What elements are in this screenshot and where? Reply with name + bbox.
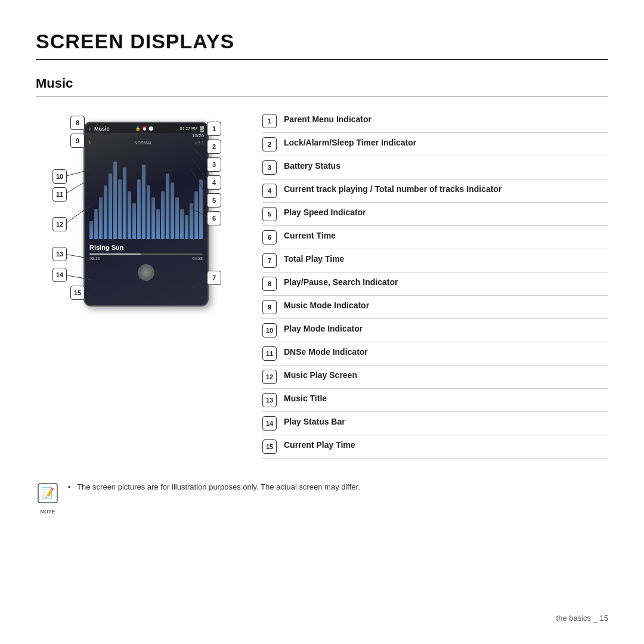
desc-text-4: Current track playing / Total number of … [284,184,501,194]
callout-4: 4 [207,175,221,190]
vis-bar-11 [142,165,145,239]
callout-15: 15 [70,286,85,300]
desc-num-13: 13 [262,393,277,407]
desc-row-8: 8Play/Pause, Search Indicator [262,273,608,296]
desc-num-9: 9 [262,300,277,314]
progress-bar [89,253,203,255]
note-section: 📝 NOTE ▪ The screen pictures are for ill… [36,475,608,515]
mode-bar: ↻ NORMAL x 1.1 [85,139,208,146]
device-status-bar: ♪ Music 🔒 ⏰ 🕐 04:27 PM ▓ [85,123,208,133]
callout-13: 13 [52,247,67,261]
vis-bar-18 [175,197,179,239]
callout-14: 14 [52,268,67,282]
vis-bar-1 [94,209,98,239]
lock-icon: 🔒 [135,126,141,131]
callout-8: 8 [70,116,85,130]
vis-bar-13 [151,197,155,239]
callout-10: 10 [52,169,67,184]
note-text: The screen pictures are for illustration… [77,478,360,491]
section-heading: Music [36,76,608,97]
desc-num-2: 2 [262,137,277,151]
device-diagram: 1 2 3 4 5 6 7 8 9 10 11 12 13 14 15 ♪ Mu… [36,110,239,306]
desc-text-14: Play Status Bar [284,416,345,427]
desc-row-15: 15Current Play Time [262,435,608,459]
desc-row-9: 9Music Mode Indicator [262,296,608,319]
desc-text-15: Current Play Time [284,439,355,450]
desc-num-14: 14 [262,416,277,431]
desc-num-1: 1 [262,114,277,128]
desc-num-8: 8 [262,277,277,291]
battery-icon: ▓ [200,126,204,132]
desc-text-3: Battery Status [284,160,340,171]
desc-row-14: 14Play Status Bar [262,412,608,435]
desc-text-12: Music Play Screen [284,370,357,380]
vis-bar-20 [185,215,188,239]
callout-6: 6 [207,211,221,225]
desc-row-1: 1Parent Menu Indicator [262,110,608,133]
vis-bar-7 [123,168,126,239]
track-count: 15/20 [192,133,204,138]
desc-text-9: Music Mode Indicator [284,300,369,311]
bottom-buttons [85,262,208,283]
desc-text-11: DNSe Mode Indicator [284,346,368,357]
desc-row-2: 2Lock/Alarm/Sleep Timer Indicator [262,133,608,156]
desc-num-4: 4 [262,184,277,198]
callout-9: 9 [70,134,85,148]
desc-text-13: Music Title [284,393,327,404]
status-time: 04:27 PM [179,126,197,131]
desc-num-15: 15 [262,439,277,454]
desc-num-11: 11 [262,346,277,361]
callout-2: 2 [207,140,221,154]
vis-bar-17 [171,182,174,239]
device-song-title: Rising Sun [85,242,208,252]
vis-bar-9 [132,203,136,239]
vis-bar-6 [118,179,122,239]
desc-row-6: 6Current Time [262,226,608,249]
callout-3: 3 [207,157,221,172]
total-time: 04:28 [192,256,203,261]
vis-bar-16 [166,174,169,239]
vis-bar-15 [161,191,165,239]
desc-row-7: 7Total Play Time [262,249,608,273]
desc-num-5: 5 [262,207,277,221]
desc-row-13: 13Music Title [262,389,608,412]
desc-row-3: 3Battery Status [262,156,608,179]
track-row: 15/20 [85,133,208,139]
vis-bar-4 [109,174,112,239]
callout-1: 1 [207,122,221,136]
page-container: SCREEN DISPLAYS Music [0,0,644,538]
svg-text:📝: 📝 [41,487,55,500]
speed-text: x 1.1 [195,141,204,145]
vis-bar-12 [147,185,150,239]
progress-fill [89,253,141,255]
note-icon-svg: 📝 [36,481,60,505]
description-table: 1Parent Menu Indicator2Lock/Alarm/Sleep … [262,110,608,459]
device-screen: ♪ Music 🔒 ⏰ 🕐 04:27 PM ▓ [83,122,209,306]
vis-bar-2 [99,197,103,239]
desc-row-11: 11DNSe Mode Indicator [262,342,608,366]
vis-bar-5 [113,162,117,239]
desc-row-4: 4Current track playing / Total number of… [262,179,608,203]
desc-text-5: Play Speed Indicator [284,207,366,218]
vis-bar-8 [128,191,131,239]
note-icon-container: 📝 NOTE [36,481,60,515]
desc-row-10: 10Play Mode Indicator [262,319,608,342]
timer-icon: 🕐 [148,126,154,131]
desc-num-7: 7 [262,253,277,268]
progress-area: 02:13 04:28 [85,252,208,262]
vis-bar-23 [199,179,203,239]
desc-text-10: Play Mode Indicator [284,323,363,334]
music-note-icon: ♪ [88,125,91,132]
vis-bar-21 [190,203,193,239]
vis-bar-19 [180,209,184,239]
vis-bar-22 [194,191,198,239]
music-label: Music [94,126,110,132]
desc-row-5: 5Play Speed Indicator [262,203,608,226]
callout-11: 11 [52,187,67,202]
desc-num-6: 6 [262,230,277,244]
desc-num-12: 12 [262,370,277,384]
mode-text: NORMAL [134,141,152,145]
desc-text-2: Lock/Alarm/Sleep Timer Indicator [284,137,416,148]
nav-button[interactable] [138,264,154,281]
alarm-icon: ⏰ [142,126,147,131]
